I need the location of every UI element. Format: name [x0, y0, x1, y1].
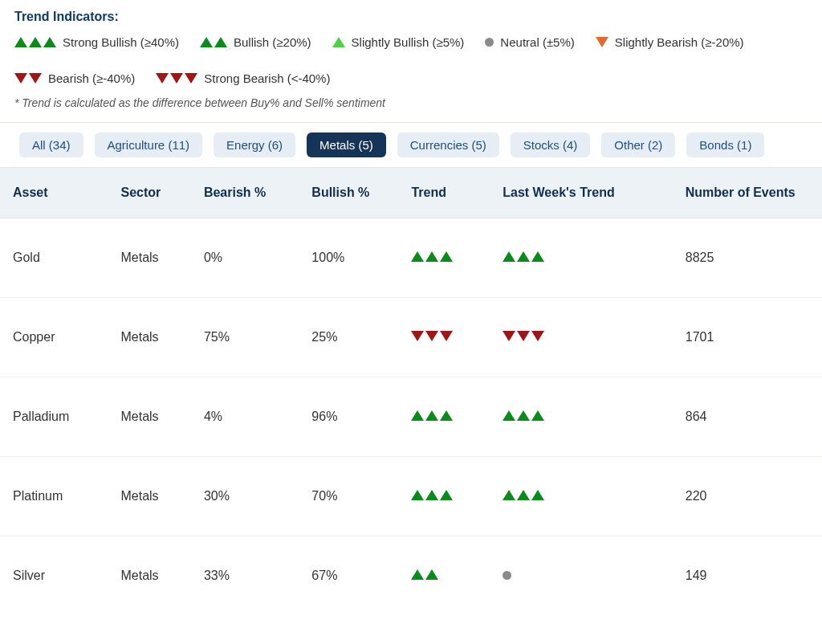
legend-icon	[596, 37, 608, 47]
cell-trend	[398, 457, 490, 536]
triangle-down-icon	[14, 73, 27, 84]
legend-icon	[332, 37, 345, 47]
triangle-up-icon	[503, 490, 515, 500]
tab-button[interactable]: Metals (5)	[307, 132, 386, 157]
header-sector[interactable]: Sector	[108, 168, 190, 218]
trend-icon	[411, 490, 453, 500]
legend-footnote: * Trend is calculated as the difference …	[14, 96, 808, 109]
triangle-down-icon	[185, 73, 197, 84]
header-asset[interactable]: Asset	[0, 168, 108, 218]
header-events[interactable]: Number of Events	[673, 168, 822, 218]
tab-button[interactable]: Other (2)	[601, 132, 675, 157]
tab-button[interactable]: Currencies (5)	[397, 132, 499, 157]
cell-last-trend	[490, 377, 673, 457]
legend-item: Strong Bearish (<-40%)	[156, 71, 330, 85]
cell-events: 8825	[673, 218, 822, 298]
legend-title: Trend Indicators:	[14, 10, 808, 24]
triangle-up-icon	[43, 37, 56, 47]
triangle-up-icon	[332, 37, 345, 47]
cell-last-trend	[490, 536, 673, 616]
last-trend-icon	[503, 251, 544, 262]
legend-icon	[200, 37, 227, 47]
trend-icon	[411, 410, 453, 421]
cell-asset: Platinum	[0, 457, 108, 536]
last-trend-icon	[503, 331, 544, 341]
cell-bearish: 4%	[191, 377, 299, 457]
cell-sector: Metals	[108, 377, 190, 457]
neutral-dot-icon	[503, 571, 511, 580]
table-row[interactable]: SilverMetals33%67%149	[0, 536, 822, 616]
triangle-up-icon	[531, 490, 544, 500]
triangle-down-icon	[440, 331, 453, 341]
triangle-down-icon	[531, 331, 544, 341]
cell-sector: Metals	[108, 218, 190, 298]
triangle-down-icon	[156, 73, 169, 84]
triangle-down-icon	[29, 73, 42, 84]
cell-bearish: 75%	[191, 298, 299, 377]
triangle-down-icon	[170, 73, 183, 84]
triangle-down-icon	[517, 331, 530, 341]
cell-asset: Gold	[0, 218, 108, 298]
cell-sector: Metals	[108, 298, 190, 377]
cell-bullish: 70%	[299, 457, 398, 536]
cell-bearish: 33%	[191, 536, 299, 616]
tab-button[interactable]: Energy (6)	[214, 132, 295, 157]
triangle-up-icon	[503, 410, 515, 421]
cell-bullish: 67%	[299, 536, 398, 616]
header-trend[interactable]: Trend	[398, 168, 490, 218]
triangle-up-icon	[14, 37, 27, 47]
tab-button[interactable]: Agriculture (11)	[95, 132, 203, 157]
triangle-up-icon	[425, 490, 438, 500]
cell-sector: Metals	[108, 457, 190, 536]
legend-item: Neutral (±5%)	[485, 35, 574, 49]
legend-label: Slightly Bullish (≥5%)	[352, 35, 465, 49]
cell-bearish: 0%	[191, 218, 299, 298]
legend-icon	[156, 73, 197, 84]
trend-icon	[411, 569, 438, 580]
cell-trend	[398, 218, 490, 298]
cell-bullish: 100%	[299, 218, 398, 298]
triangle-down-icon	[425, 331, 438, 341]
cell-events: 149	[673, 536, 822, 616]
triangle-up-icon	[214, 37, 227, 47]
header-bullish[interactable]: Bullish %	[299, 168, 398, 218]
triangle-up-icon	[411, 569, 424, 580]
tab-button[interactable]: All (34)	[19, 132, 83, 157]
last-trend-icon	[503, 490, 544, 500]
triangle-down-icon	[503, 331, 515, 341]
triangle-up-icon	[425, 569, 438, 580]
cell-events: 220	[673, 457, 822, 536]
table-row[interactable]: GoldMetals0%100%8825	[0, 218, 822, 298]
header-last[interactable]: Last Week's Trend	[490, 168, 673, 218]
legend-icon	[14, 73, 42, 84]
triangle-up-icon	[531, 251, 544, 262]
cell-bullish: 96%	[299, 377, 398, 457]
tab-button[interactable]: Bonds (1)	[686, 132, 764, 157]
tab-button[interactable]: Stocks (4)	[511, 132, 591, 157]
triangle-up-icon	[517, 490, 530, 500]
triangle-up-icon	[29, 37, 42, 47]
legend-item: Slightly Bullish (≥5%)	[332, 35, 465, 49]
table-row[interactable]: PalladiumMetals4%96%864	[0, 377, 822, 457]
triangle-up-icon	[440, 490, 453, 500]
legend-icon	[14, 37, 56, 47]
legend-label: Bullish (≥20%)	[234, 35, 311, 49]
cell-last-trend	[490, 457, 673, 536]
triangle-up-icon	[200, 37, 213, 47]
triangle-up-icon	[503, 251, 515, 262]
assets-table: Asset Sector Bearish % Bullish % Trend L…	[0, 168, 822, 615]
table-row[interactable]: CopperMetals75%25%1701	[0, 298, 822, 377]
cell-asset: Copper	[0, 298, 108, 377]
cell-asset: Silver	[0, 536, 108, 616]
triangle-up-icon	[411, 251, 424, 262]
header-bearish[interactable]: Bearish %	[191, 168, 299, 218]
table-row[interactable]: PlatinumMetals30%70%220	[0, 457, 822, 536]
triangle-up-icon	[440, 251, 453, 262]
cell-asset: Palladium	[0, 377, 108, 457]
triangle-up-icon	[440, 410, 453, 421]
triangle-up-icon	[517, 410, 530, 421]
table-header-row: Asset Sector Bearish % Bullish % Trend L…	[0, 168, 822, 218]
legend-item: Bullish (≥20%)	[200, 35, 311, 49]
triangle-up-icon	[411, 490, 424, 500]
triangle-up-icon	[425, 251, 438, 262]
